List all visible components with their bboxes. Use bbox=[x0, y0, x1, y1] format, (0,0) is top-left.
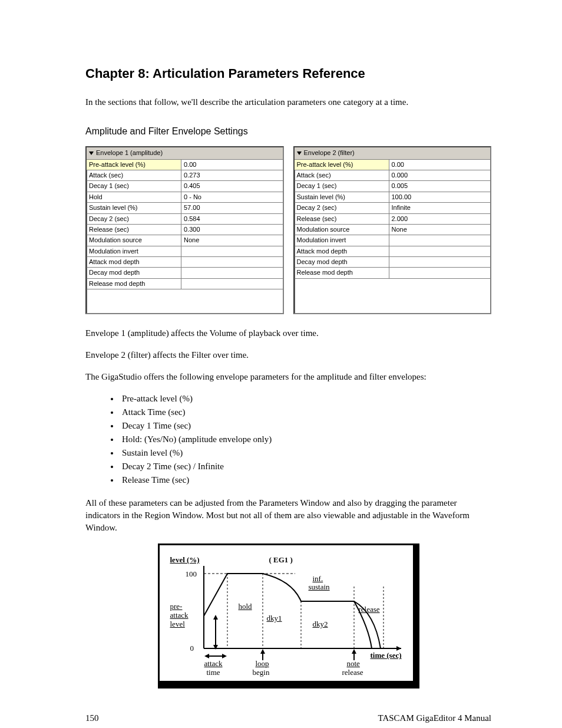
parameter-row[interactable]: Sustain level (%)100.00 bbox=[295, 192, 491, 203]
bullet-item: Release Time (sec) bbox=[120, 474, 491, 486]
parameter-name: Decay 1 (sec) bbox=[87, 181, 181, 191]
parameter-value[interactable]: 0.405 bbox=[181, 181, 283, 191]
parameter-row[interactable]: Modulation invert bbox=[295, 235, 491, 246]
parameter-value[interactable] bbox=[389, 257, 491, 267]
parameter-value[interactable]: 0.584 bbox=[181, 214, 283, 224]
diag-zero: 0 bbox=[190, 643, 194, 654]
parameter-name: Release mod depth bbox=[295, 268, 389, 278]
parameter-name: Sustain level (%) bbox=[87, 203, 181, 213]
parameter-value[interactable]: None bbox=[389, 225, 491, 235]
parameter-name: Modulation source bbox=[87, 235, 181, 245]
parameter-row[interactable]: Modulation sourceNone bbox=[87, 235, 283, 246]
parameter-value[interactable]: 0.300 bbox=[181, 225, 283, 235]
parameter-name: Release (sec) bbox=[87, 225, 181, 235]
parameter-row[interactable]: Decay mod depth bbox=[295, 257, 491, 268]
parameter-value[interactable]: 0.273 bbox=[181, 170, 283, 180]
parameter-row[interactable]: Modulation invert bbox=[87, 246, 283, 257]
parameter-row[interactable]: Decay mod depth bbox=[87, 268, 283, 278]
parameter-row[interactable]: Pre-attack level (%)0.00 bbox=[87, 160, 283, 170]
bullet-item: Attack Time (sec) bbox=[120, 406, 491, 419]
parameter-name: Attack (sec) bbox=[87, 170, 181, 180]
parameter-value[interactable]: 0.005 bbox=[389, 181, 491, 191]
parameter-value[interactable] bbox=[389, 268, 491, 278]
svg-marker-16 bbox=[260, 649, 265, 654]
parameter-row[interactable]: Release mod depth bbox=[87, 279, 283, 289]
parameter-value[interactable]: None bbox=[181, 235, 283, 245]
collapse-icon[interactable] bbox=[89, 151, 94, 155]
parameter-name: Attack mod depth bbox=[87, 257, 181, 267]
parameter-row[interactable]: Decay 2 (sec)Infinite bbox=[295, 203, 491, 213]
parameter-value[interactable]: Infinite bbox=[389, 203, 491, 213]
envelope1-header-label: Envelope 1 (amplitude) bbox=[96, 149, 163, 157]
parameter-value[interactable]: 0.00 bbox=[389, 160, 491, 170]
diag-eg1: ( EG1 ) bbox=[269, 555, 293, 565]
parameter-row[interactable]: Release (sec)0.300 bbox=[87, 225, 283, 235]
diag-dky1: dky1 bbox=[267, 613, 282, 624]
parameter-value[interactable]: 0.000 bbox=[389, 170, 491, 180]
parameter-row[interactable]: Attack mod depth bbox=[295, 246, 491, 257]
parameter-value[interactable]: 2.000 bbox=[389, 214, 491, 224]
diag-hold: hold bbox=[239, 601, 252, 612]
envelope1-header[interactable]: Envelope 1 (amplitude) bbox=[87, 147, 283, 159]
parameter-name: Modulation invert bbox=[295, 235, 389, 245]
chapter-title: Chapter 8: Articulation Parameters Refer… bbox=[85, 65, 491, 83]
parameter-row[interactable]: Attack (sec)0.273 bbox=[87, 170, 283, 181]
diag-time-b: time bbox=[207, 667, 220, 678]
collapse-icon[interactable] bbox=[297, 151, 302, 155]
parameter-bullets: Pre-attack level (%)Attack Time (sec)Dec… bbox=[120, 393, 491, 486]
parameter-row[interactable]: Modulation sourceNone bbox=[295, 225, 491, 235]
parameter-name: Pre-attack level (%) bbox=[87, 160, 181, 170]
parameter-value[interactable]: 57.00 bbox=[181, 203, 283, 213]
svg-marker-14 bbox=[222, 654, 227, 658]
intro-paragraph: In the sections that follow, we'll descr… bbox=[85, 96, 491, 108]
parameter-name: Modulation source bbox=[295, 225, 389, 235]
bullet-item: Pre-attack level (%) bbox=[120, 393, 491, 405]
parameter-value[interactable]: 100.00 bbox=[389, 192, 491, 202]
parameter-row[interactable]: Decay 1 (sec)0.405 bbox=[87, 181, 283, 192]
envelope2-header-label: Envelope 2 (filter) bbox=[304, 149, 355, 157]
parameter-value[interactable]: 0.00 bbox=[181, 160, 283, 170]
parameter-row[interactable]: Release mod depth bbox=[295, 268, 491, 278]
bullet-item: Hold: (Yes/No) (amplitude envelope only) bbox=[120, 433, 491, 446]
diag-level-pct: level (%) bbox=[170, 555, 200, 565]
parameter-name: Pre-attack level (%) bbox=[295, 160, 389, 170]
section-title: Amplitude and Filter Envelope Settings bbox=[85, 125, 491, 138]
envelope1-rows: Pre-attack level (%)0.00Attack (sec)0.27… bbox=[87, 160, 283, 290]
parameter-name: Modulation invert bbox=[87, 246, 181, 256]
env1-paragraph: Envelope 1 (amplitude) affects the Volum… bbox=[85, 327, 491, 340]
parameter-value[interactable]: 0 - No bbox=[181, 192, 283, 202]
parameter-row[interactable]: Attack mod depth bbox=[87, 257, 283, 268]
svg-marker-10 bbox=[213, 615, 218, 620]
envelope-diagram: level (%) ( EG1 ) 100 inf. sustain pre- … bbox=[158, 543, 415, 683]
bullet-item: Decay 2 Time (sec) / Infinite bbox=[120, 460, 491, 473]
parameter-value[interactable] bbox=[181, 246, 283, 256]
parameter-row[interactable]: Attack (sec)0.000 bbox=[295, 170, 491, 181]
envelope2-header[interactable]: Envelope 2 (filter) bbox=[295, 147, 491, 159]
parameter-value[interactable] bbox=[389, 235, 491, 245]
parameter-row[interactable]: Sustain level (%)57.00 bbox=[87, 203, 283, 213]
parameter-value[interactable] bbox=[181, 257, 283, 267]
parameter-row[interactable]: Decay 2 (sec)0.584 bbox=[87, 214, 283, 225]
parameter-name: Decay 2 (sec) bbox=[87, 214, 181, 224]
envelope1-panel: Envelope 1 (amplitude) Pre-attack level … bbox=[85, 146, 284, 314]
parameter-value[interactable] bbox=[389, 246, 491, 256]
parameter-name: Decay 2 (sec) bbox=[295, 203, 389, 213]
list-intro-paragraph: The GigaStudio offers the following enve… bbox=[85, 371, 491, 383]
diag-release-b: release bbox=[342, 667, 363, 678]
svg-marker-18 bbox=[352, 649, 356, 654]
parameter-name: Attack mod depth bbox=[295, 246, 389, 256]
parameter-row[interactable]: Hold0 - No bbox=[87, 192, 283, 203]
parameter-name: Attack (sec) bbox=[295, 170, 389, 180]
page-number: 150 bbox=[85, 712, 99, 724]
bullet-item: Decay 1 Time (sec) bbox=[120, 420, 491, 432]
parameter-value[interactable] bbox=[181, 268, 283, 278]
parameter-value[interactable] bbox=[181, 279, 283, 289]
parameter-row[interactable]: Release (sec)2.000 bbox=[295, 214, 491, 225]
env2-paragraph: Envelope 2 (filter) affects the Filter o… bbox=[85, 349, 491, 361]
parameter-row[interactable]: Pre-attack level (%)0.00 bbox=[295, 160, 491, 170]
parameter-name: Release mod depth bbox=[87, 279, 181, 289]
parameter-row[interactable]: Decay 1 (sec)0.005 bbox=[295, 181, 491, 192]
bullet-item: Sustain level (%) bbox=[120, 447, 491, 459]
diag-time-sec: time (sec) bbox=[371, 650, 402, 661]
parameter-name: Decay 1 (sec) bbox=[295, 181, 389, 191]
